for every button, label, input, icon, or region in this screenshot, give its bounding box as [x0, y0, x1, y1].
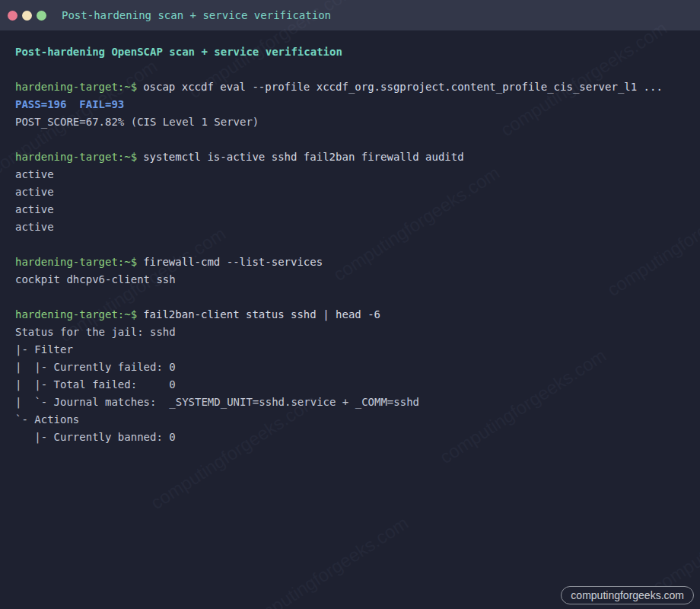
- terminal-output: Post-hardening OpenSCAP scan + service v…: [0, 30, 700, 446]
- output-filter: |- Filter: [15, 341, 685, 359]
- site-badge: computingforgeeks.com: [561, 586, 694, 604]
- window-title: Post-hardening scan + service verificati…: [62, 9, 331, 21]
- output-active-firewalld: active: [15, 201, 685, 218]
- output-active-fail2ban: active: [15, 183, 685, 201]
- shell-prompt: hardening-target:~$: [15, 256, 137, 268]
- command-text: oscap xccdf eval --profile xccdf_org.ssg…: [143, 81, 663, 93]
- command-line-oscap: hardening-target:~$oscap xccdf eval --pr…: [15, 78, 685, 96]
- command-text: fail2ban-client status sshd | head -6: [143, 308, 380, 320]
- output-post-score: POST_SCORE=67.82% (CIS Level 1 Server): [15, 113, 685, 131]
- shell-prompt: hardening-target:~$: [15, 151, 137, 163]
- section-heading: Post-hardening OpenSCAP scan + service v…: [15, 43, 685, 61]
- output-pass-fail: PASS=196 FAIL=93: [15, 96, 685, 113]
- blank-line: [15, 131, 685, 148]
- command-line-systemctl: hardening-target:~$systemctl is-active s…: [15, 148, 685, 166]
- output-actions: `- Actions: [15, 411, 685, 429]
- close-button[interactable]: [8, 11, 18, 21]
- output-active-sshd: active: [15, 166, 685, 183]
- watermark-text: computingforgeeks.com: [238, 512, 412, 609]
- output-currently-failed: | |- Currently failed: 0: [15, 359, 685, 376]
- output-journal-matches: | `- Journal matches: _SYSTEMD_UNIT=sshd…: [15, 394, 685, 411]
- minimize-button[interactable]: [22, 11, 32, 21]
- window-titlebar: Post-hardening scan + service verificati…: [0, 0, 700, 30]
- output-jail-status: Status for the jail: sshd: [15, 324, 685, 341]
- command-line-fail2ban: hardening-target:~$fail2ban-client statu…: [15, 306, 685, 324]
- output-total-failed: | |- Total failed: 0: [15, 376, 685, 394]
- maximize-button[interactable]: [37, 11, 46, 21]
- watermark-text: computingforgeeks.com: [649, 474, 700, 598]
- command-line-firewall: hardening-target:~$firewall-cmd --list-s…: [15, 253, 685, 271]
- output-active-auditd: active: [15, 218, 685, 236]
- command-text: firewall-cmd --list-services: [143, 256, 323, 268]
- shell-prompt: hardening-target:~$: [15, 81, 137, 93]
- blank-line: [15, 289, 685, 306]
- command-text: systemctl is-active sshd fail2ban firewa…: [143, 151, 463, 163]
- blank-line: [15, 61, 685, 78]
- output-currently-banned: |- Currently banned: 0: [15, 429, 685, 446]
- shell-prompt: hardening-target:~$: [15, 308, 137, 320]
- blank-line: [15, 236, 685, 253]
- output-firewall-services: cockpit dhcpv6-client ssh: [15, 271, 685, 289]
